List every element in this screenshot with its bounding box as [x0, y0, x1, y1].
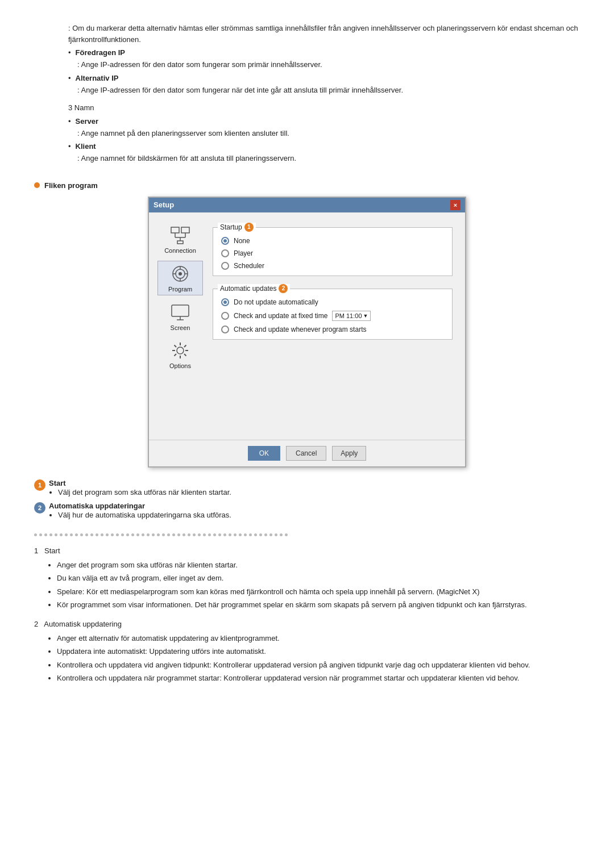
lower-section-2-label: Automatisk uppdatering	[44, 620, 122, 628]
alt-ip-desc: : Ange IP-adressen för den dator som fun…	[77, 85, 580, 96]
lower-section-2-bullet-1: Uppdatera inte automatiskt: Uppdatering …	[57, 646, 580, 657]
startup-radio-group: None Player Scheduler	[221, 237, 444, 270]
startup-player-label: Player	[234, 249, 253, 257]
sidebar-item-connection[interactable]: Connection	[157, 223, 203, 256]
lower-section-1-bullet-0: Anger det program som ska utföras när kl…	[57, 560, 580, 571]
annotation-1-bullet-0: Välj det program som ska utföras när kli…	[58, 487, 231, 498]
fixed-time-label: Check and update at fixed time	[234, 312, 327, 320]
preferred-ip-label: Föredragen IP	[76, 48, 125, 57]
annotation-1-badge: 1	[34, 479, 45, 491]
preferred-ip-desc: : Ange IP-adressen för den dator som fun…	[77, 59, 580, 70]
intro-paragraph: : Om du markerar detta alternativ hämtas…	[68, 23, 580, 45]
sidebar-connection-label: Connection	[164, 247, 196, 254]
sidebar-item-options[interactable]: Options	[157, 338, 203, 372]
dialog-footer: OK Cancel Apply	[149, 440, 465, 466]
time-value: PM 11:00	[335, 312, 362, 319]
annotation-1-label: Start	[49, 479, 66, 487]
lower-section-2-bullet-2: Kontrollera och uppdatera vid angiven ti…	[57, 660, 580, 671]
dialog-titlebar: Setup ×	[149, 198, 465, 212]
lower-section-1-bullet-2: Spelare: Kör ett mediaspelarprogram som …	[57, 586, 580, 598]
lower-section-2-bullet-0: Anger ett alternativ för automatisk uppd…	[57, 633, 580, 644]
section3: 3 Namn Server : Ange namnet på den plane…	[68, 102, 580, 164]
fixed-time-radio[interactable]	[221, 312, 229, 320]
dialog-sidebar: Connection Program	[155, 218, 206, 434]
fixed-time-option[interactable]: Check and update at fixed time PM 11:00 …	[221, 311, 444, 321]
startup-scheduler-option[interactable]: Scheduler	[221, 262, 444, 270]
dialog-close-button[interactable]: ×	[450, 200, 460, 210]
startup-scheduler-radio[interactable]	[221, 262, 229, 270]
svg-point-9	[179, 272, 182, 276]
client-bullet: Klient	[68, 142, 580, 151]
lower-section-1-heading: 1 Start	[34, 546, 580, 555]
annotation-1-bullets: Välj det program som ska utföras när kli…	[58, 487, 231, 498]
startup-player-radio[interactable]	[221, 249, 229, 257]
startup-none-option[interactable]: None	[221, 237, 444, 245]
lower-section-2-heading: 2 Automatisk uppdatering	[34, 620, 580, 628]
annotation-section: 1 Start Välj det program som ska utföras…	[34, 479, 580, 522]
lower-section-1: 1 Start Anger det program som ska utföra…	[34, 546, 580, 611]
svg-line-23	[184, 354, 186, 356]
no-update-radio[interactable]	[221, 298, 229, 306]
dialog-body: Connection Program	[149, 212, 465, 440]
no-update-label: Do not update automatically	[234, 298, 318, 306]
updates-group-label: Automatic updates 2	[218, 284, 290, 293]
startup-label-text: Startup	[220, 223, 242, 231]
bullet-preferred-ip: Föredragen IP	[68, 48, 580, 57]
updates-label-text: Automatic updates	[220, 285, 276, 293]
dialog-content: Startup 1 None Player Scheduler	[206, 218, 459, 434]
dotted-separator	[34, 533, 580, 536]
svg-rect-1	[181, 227, 189, 233]
annotation-2-bullets: Välj hur de automatiska uppdateringarna …	[58, 510, 231, 520]
startup-none-radio[interactable]	[221, 237, 229, 245]
annotation-2: 2 Automatiska uppdateringar Välj hur de …	[34, 502, 580, 522]
lower-section-2-bullets: Anger ett alternativ för automatisk uppd…	[57, 633, 580, 684]
lower-section-2-bullet-3: Kontrollera och uppdatera när programmet…	[57, 673, 580, 684]
client-label: Klient	[76, 142, 96, 151]
server-label: Server	[76, 117, 98, 126]
server-desc: : Ange namnet på den planeringsserver so…	[77, 128, 580, 139]
on-start-label: Check and update whenever program starts	[234, 326, 366, 333]
sidebar-options-label: Options	[169, 362, 191, 369]
startup-player-option[interactable]: Player	[221, 249, 444, 257]
lower-section-2: 2 Automatisk uppdatering Anger ett alter…	[34, 620, 580, 684]
section3-label: 3 Namn	[68, 102, 580, 114]
updates-badge: 2	[279, 284, 288, 293]
server-bullet: Server	[68, 117, 580, 126]
svg-line-22	[175, 345, 177, 347]
time-select[interactable]: PM 11:00 ▼	[332, 311, 371, 321]
annotation-2-badge: 2	[34, 502, 45, 514]
cancel-button[interactable]: Cancel	[286, 446, 326, 461]
dialog-title: Setup	[154, 201, 174, 209]
connection-icon	[169, 225, 192, 245]
lower-section-1-bullets: Anger det program som ska utföras när kl…	[57, 560, 580, 611]
on-start-radio[interactable]	[221, 326, 229, 333]
sidebar-program-label: Program	[168, 286, 192, 293]
lower-section-2-number: 2	[34, 620, 38, 628]
fliken-heading-text: Fliken program	[44, 181, 98, 190]
sidebar-item-screen[interactable]: Screen	[157, 300, 203, 333]
lower-section-1-bullet-3: Kör programmet som visar informationen. …	[57, 599, 580, 611]
lower-section-1-bullet-1: Du kan välja ett av två program, eller i…	[57, 573, 580, 584]
alt-ip-label: Alternativ IP	[76, 74, 119, 82]
screen-icon	[169, 302, 192, 323]
startup-none-label: None	[234, 237, 250, 245]
ok-button[interactable]: OK	[248, 446, 280, 461]
time-dropdown-icon[interactable]: ▼	[363, 313, 368, 319]
lower-section-1-label: Start	[44, 546, 60, 555]
top-section: : Om du markerar detta alternativ hämtas…	[34, 23, 580, 164]
updates-radio-group: Do not update automatically Check and up…	[221, 298, 444, 333]
bullet-alt-ip: Alternativ IP	[68, 74, 580, 82]
fliken-heading: Fliken program	[34, 181, 580, 190]
options-icon	[169, 340, 192, 361]
svg-rect-6	[177, 241, 183, 244]
svg-rect-14	[172, 305, 189, 316]
svg-line-25	[175, 354, 177, 356]
no-update-option[interactable]: Do not update automatically	[221, 298, 444, 306]
setup-dialog: Setup × Connection	[148, 197, 466, 468]
apply-button[interactable]: Apply	[332, 446, 366, 461]
on-start-option[interactable]: Check and update whenever program starts	[221, 326, 444, 333]
sidebar-item-program[interactable]: Program	[157, 261, 203, 295]
startup-scheduler-label: Scheduler	[234, 262, 264, 270]
svg-rect-0	[171, 227, 179, 233]
startup-group-label: Startup 1	[218, 223, 256, 232]
